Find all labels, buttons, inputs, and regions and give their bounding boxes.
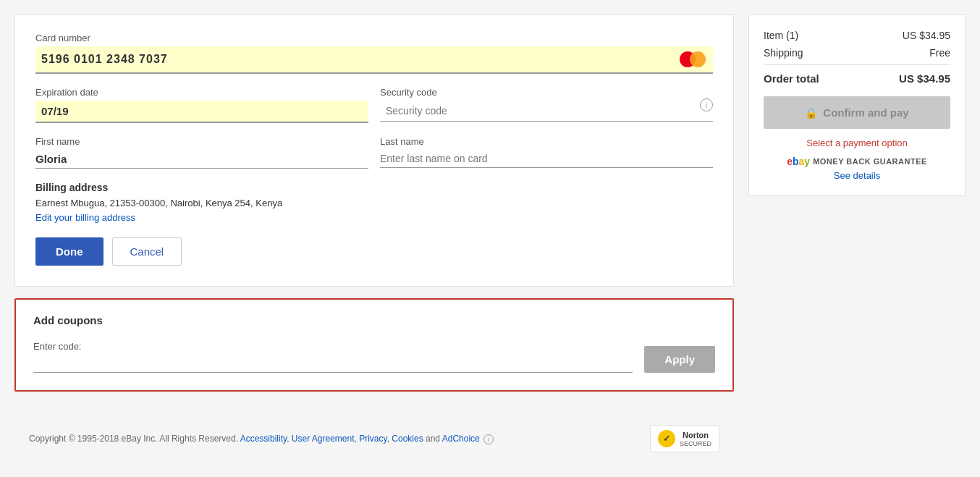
total-value: US $34.95 bbox=[899, 72, 950, 85]
adchoice-icon: i bbox=[483, 434, 494, 444]
ebay-logo: ebay bbox=[787, 156, 810, 167]
cancel-button[interactable]: Cancel bbox=[112, 237, 182, 266]
footer-link-accessibility[interactable]: Accessibility bbox=[240, 434, 287, 444]
expiry-security-row: Expiration date Security code i bbox=[35, 87, 713, 123]
norton-check-icon: ✓ bbox=[658, 430, 675, 447]
mastercard-icon bbox=[680, 51, 707, 68]
card-number-value: 5196 0101 2348 7037 bbox=[41, 53, 680, 66]
billing-address: Earnest Mbugua, 21353-00300, Nairobi, Ke… bbox=[35, 198, 713, 208]
order-summary-box: Item (1) US $34.95 Shipping Free Order t… bbox=[748, 14, 966, 196]
first-name-field: First name bbox=[35, 136, 368, 169]
card-payment-section: Card number 5196 0101 2348 7037 Expirati… bbox=[14, 14, 734, 287]
footer-link-user-agreement[interactable]: User Agreement bbox=[292, 434, 355, 444]
action-buttons: Done Cancel bbox=[35, 237, 713, 266]
security-field: Security code i bbox=[380, 87, 713, 123]
coupon-title: Add coupons bbox=[33, 314, 715, 326]
coupon-code-input[interactable] bbox=[33, 355, 633, 373]
lock-icon: 🔒 bbox=[805, 107, 817, 119]
coupon-input-row: Enter code: Apply bbox=[33, 341, 715, 373]
billing-section: Billing address Earnest Mbugua, 21353-00… bbox=[35, 182, 713, 223]
billing-title: Billing address bbox=[35, 182, 713, 193]
ebay-guarantee: ebay MONEY BACK GUARANTEE bbox=[764, 156, 950, 167]
total-label: Order total bbox=[764, 72, 819, 85]
last-name-field: Last name bbox=[380, 136, 713, 169]
select-payment-text: Select a payment option bbox=[764, 138, 950, 148]
coupon-section: Add coupons Enter code: Apply bbox=[14, 298, 734, 392]
apply-button[interactable]: Apply bbox=[644, 346, 715, 373]
done-button[interactable]: Done bbox=[35, 237, 104, 266]
see-details-link[interactable]: See details bbox=[764, 170, 950, 181]
last-name-label: Last name bbox=[380, 136, 713, 147]
coupon-label: Enter code: bbox=[33, 341, 633, 352]
card-number-row: 5196 0101 2348 7037 bbox=[35, 46, 713, 74]
norton-secured: SECURED bbox=[680, 440, 711, 447]
footer-link-adchoice[interactable]: AdChoice bbox=[442, 434, 480, 444]
info-icon[interactable]: i bbox=[700, 98, 713, 111]
shipping-label: Shipping bbox=[764, 47, 803, 59]
footer-link-privacy[interactable]: Privacy bbox=[359, 434, 386, 444]
last-name-input[interactable] bbox=[380, 150, 713, 168]
sidebar: Item (1) US $34.95 Shipping Free Order t… bbox=[748, 14, 966, 196]
norton-badge: ✓ Norton SECURED bbox=[650, 425, 719, 452]
expiry-input[interactable] bbox=[35, 101, 368, 123]
security-code-input[interactable] bbox=[380, 101, 713, 122]
mc-circle-right bbox=[690, 51, 706, 67]
item-label: Item (1) bbox=[764, 30, 798, 41]
item-value: US $34.95 bbox=[903, 30, 950, 41]
footer-copyright: Copyright © 1995-2018 eBay Inc. All Righ… bbox=[29, 434, 238, 444]
footer: Copyright © 1995-2018 eBay Inc. All Righ… bbox=[14, 403, 734, 467]
item-line: Item (1) US $34.95 bbox=[764, 30, 950, 41]
guarantee-text: MONEY BACK GUARANTEE bbox=[813, 157, 927, 166]
card-number-label: Card number bbox=[35, 33, 713, 43]
first-name-label: First name bbox=[35, 136, 368, 147]
expiry-label: Expiration date bbox=[35, 87, 368, 98]
coupon-input-wrapper: Enter code: bbox=[33, 341, 633, 373]
footer-links: Copyright © 1995-2018 eBay Inc. All Righ… bbox=[29, 434, 494, 444]
security-label: Security code bbox=[380, 87, 713, 98]
expiry-field: Expiration date bbox=[35, 87, 368, 123]
norton-text: Norton SECURED bbox=[680, 430, 711, 447]
card-number-field: Card number 5196 0101 2348 7037 bbox=[35, 33, 713, 74]
footer-link-cookies[interactable]: Cookies bbox=[392, 434, 423, 444]
confirm-btn-label: Confirm and pay bbox=[823, 106, 908, 119]
confirm-pay-button[interactable]: 🔒 Confirm and pay bbox=[764, 96, 950, 129]
edit-billing-link[interactable]: Edit your billing address bbox=[35, 212, 135, 223]
first-name-input[interactable] bbox=[35, 150, 368, 169]
order-total-line: Order total US $34.95 bbox=[764, 64, 950, 85]
shipping-line: Shipping Free bbox=[764, 47, 950, 59]
norton-label: Norton bbox=[680, 430, 711, 440]
shipping-value: Free bbox=[929, 47, 950, 59]
name-row: First name Last name bbox=[35, 136, 713, 169]
